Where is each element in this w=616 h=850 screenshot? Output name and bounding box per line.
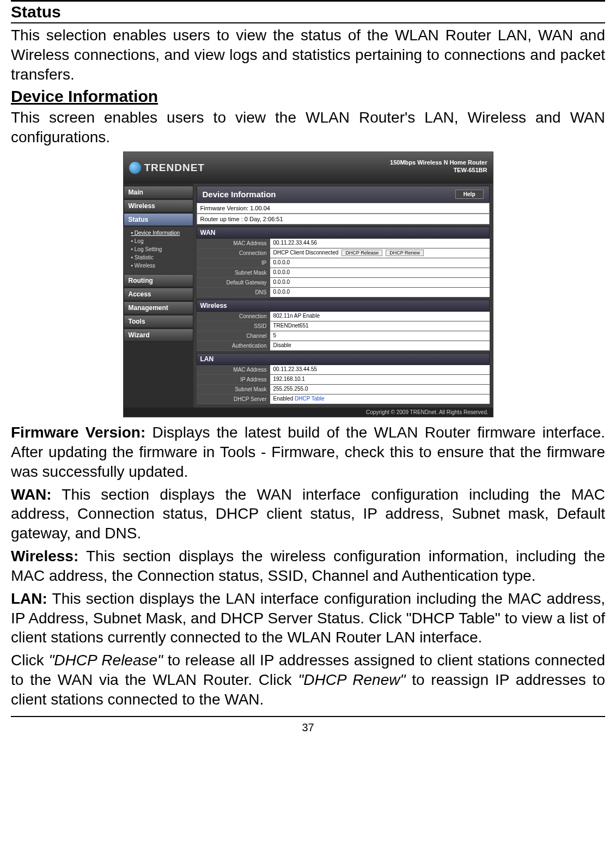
lan-paragraph: LAN: This section displays the LAN inter… bbox=[11, 589, 605, 647]
wan-mac-label: MAC Address bbox=[197, 239, 270, 248]
subnav-device-info-label: Device Information bbox=[135, 230, 180, 236]
wireless-paragraph: Wireless: This section displays the wire… bbox=[11, 547, 605, 586]
nav-management[interactable]: Management bbox=[124, 301, 193, 314]
dhcp-renew-button[interactable]: DHCP Renew bbox=[386, 250, 424, 256]
brand-text: TRENDNET bbox=[144, 162, 205, 174]
panel-header: Device Information Help bbox=[197, 186, 490, 203]
brand: TRENDNET bbox=[129, 162, 205, 174]
wan-dns-value: 0.0.0.0 bbox=[270, 288, 490, 297]
wan-mac-value: 00.11.22.33.44.56 bbox=[270, 239, 490, 248]
wan-gw-value: 0.0.0.0 bbox=[270, 278, 490, 287]
lan-ip-label: IP Address bbox=[197, 375, 270, 384]
wl-auth-label: Authentication bbox=[197, 341, 270, 350]
subnav: • Device Information • Log • Log Setting… bbox=[124, 227, 193, 274]
lan-dhcp-value: Enabled DHCP Table bbox=[270, 394, 490, 404]
dhcp-release-button[interactable]: DHCP Release bbox=[341, 250, 382, 256]
dhcp-paragraph: Click "DHCP Release" to release all IP a… bbox=[11, 651, 605, 709]
wan-conn-label: Connection bbox=[197, 248, 270, 258]
wan-label: WAN: bbox=[11, 486, 52, 503]
dhcp-release-text: "DHCP Release" bbox=[48, 652, 163, 669]
subnav-statistic-label: Statistic bbox=[135, 254, 154, 260]
lan-dhcp-text: Enabled bbox=[273, 396, 294, 402]
model-line1: 150Mbps Wireless N Home Router bbox=[390, 159, 487, 166]
wan-conn-text: DHCP Client Disconnected bbox=[273, 250, 339, 256]
subnav-device-info[interactable]: • Device Information bbox=[131, 229, 193, 237]
nav-tools[interactable]: Tools bbox=[124, 315, 193, 328]
router-ui: TRENDNET 150Mbps Wireless N Home Router … bbox=[123, 151, 493, 417]
firmware-version: Firmware Version: 1.00.04 bbox=[197, 203, 490, 214]
wan-header: WAN bbox=[197, 227, 490, 239]
model-line2: TEW-651BR bbox=[390, 166, 487, 174]
wireless-header: Wireless bbox=[197, 300, 490, 312]
wan-mask-value: 0.0.0.0 bbox=[270, 268, 490, 277]
subsection-title: Device Information bbox=[11, 87, 605, 106]
lan-dhcp-label: DHCP Server bbox=[197, 394, 270, 404]
subnav-log-setting-label: Log Setting bbox=[135, 246, 162, 252]
firmware-paragraph: Firmware Version: Displays the latest bu… bbox=[11, 423, 605, 481]
subsection-intro: This screen enables users to view the WL… bbox=[11, 108, 605, 147]
wan-conn-value: DHCP Client DisconnectedDHCP ReleaseDHCP… bbox=[270, 248, 490, 258]
section-title: Status bbox=[11, 2, 605, 23]
nav-wizard[interactable]: Wizard bbox=[124, 329, 193, 342]
wan-paragraph: WAN: This section displays the WAN inter… bbox=[11, 485, 605, 543]
uptime: Router up time : 0 Day, 2:06:51 bbox=[197, 214, 490, 224]
subnav-log[interactable]: • Log bbox=[131, 237, 193, 245]
subnav-log-label: Log bbox=[135, 238, 144, 244]
lan-mask-label: Subnet Mask bbox=[197, 385, 270, 394]
wan-dns-label: DNS bbox=[197, 288, 270, 297]
main-panel: Device Information Help Firmware Version… bbox=[193, 184, 493, 408]
wan-ip-value: 0.0.0.0 bbox=[270, 258, 490, 268]
lan-ip-value: 192.168.10.1 bbox=[270, 375, 490, 384]
subnav-wireless[interactable]: • Wireless bbox=[131, 262, 193, 270]
subnav-statistic[interactable]: • Statistic bbox=[131, 253, 193, 262]
sidebar: Main Wireless Status • Device Informatio… bbox=[124, 184, 193, 408]
wl-conn-label: Connection bbox=[197, 312, 270, 321]
wireless-text: This section displays the wireless confi… bbox=[11, 548, 605, 584]
router-footer: Copyright © 2009 TRENDnet. All Rights Re… bbox=[124, 408, 493, 417]
lan-mac-label: MAC Address bbox=[197, 365, 270, 374]
wan-ip-label: IP bbox=[197, 258, 270, 268]
lan-label: LAN: bbox=[11, 590, 47, 607]
dhcp-renew-text: "DHCP Renew" bbox=[298, 671, 405, 688]
nav-routing[interactable]: Routing bbox=[124, 274, 193, 287]
router-header: TRENDNET 150Mbps Wireless N Home Router … bbox=[124, 152, 493, 184]
dhcp-table-link[interactable]: DHCP Table bbox=[295, 396, 325, 402]
wl-auth-value: Disable bbox=[270, 341, 490, 350]
wan-text: This section displays the WAN interface … bbox=[11, 486, 605, 542]
help-button[interactable]: Help bbox=[455, 190, 484, 199]
subnav-wireless-label: Wireless bbox=[135, 263, 155, 269]
intro-text: This selection enables users to view the… bbox=[11, 26, 605, 84]
firmware-label: Firmware Version: bbox=[11, 424, 145, 441]
screenshot-container: TRENDNET 150Mbps Wireless N Home Router … bbox=[11, 151, 605, 417]
nav-status[interactable]: Status bbox=[124, 213, 193, 226]
panel-title: Device Information bbox=[203, 190, 276, 199]
wl-channel-label: Channel bbox=[197, 331, 270, 341]
lan-mask-value: 255.255.255.0 bbox=[270, 385, 490, 394]
wl-conn-value: 802.11n AP Enable bbox=[270, 312, 490, 321]
nav-wireless[interactable]: Wireless bbox=[124, 199, 193, 212]
subnav-log-setting[interactable]: • Log Setting bbox=[131, 245, 193, 253]
nav-access[interactable]: Access bbox=[124, 288, 193, 301]
wireless-label: Wireless: bbox=[11, 548, 78, 564]
dhcp-text-1: Click bbox=[11, 652, 48, 669]
lan-header: LAN bbox=[197, 353, 490, 365]
wan-gw-label: Default Gateway bbox=[197, 278, 270, 287]
wl-channel-value: 5 bbox=[270, 331, 490, 341]
lan-mac-value: 00.11.22.33.44.55 bbox=[270, 365, 490, 374]
brand-icon bbox=[129, 162, 141, 174]
lan-text: This section displays the LAN interface … bbox=[11, 590, 605, 646]
model-text: 150Mbps Wireless N Home Router TEW-651BR bbox=[390, 159, 487, 174]
wl-ssid-label: SSID bbox=[197, 321, 270, 331]
nav-main[interactable]: Main bbox=[124, 186, 193, 199]
wan-mask-label: Subnet Mask bbox=[197, 268, 270, 277]
page-number: 37 bbox=[11, 716, 605, 734]
wl-ssid-value: TRENDnet651 bbox=[270, 321, 490, 331]
